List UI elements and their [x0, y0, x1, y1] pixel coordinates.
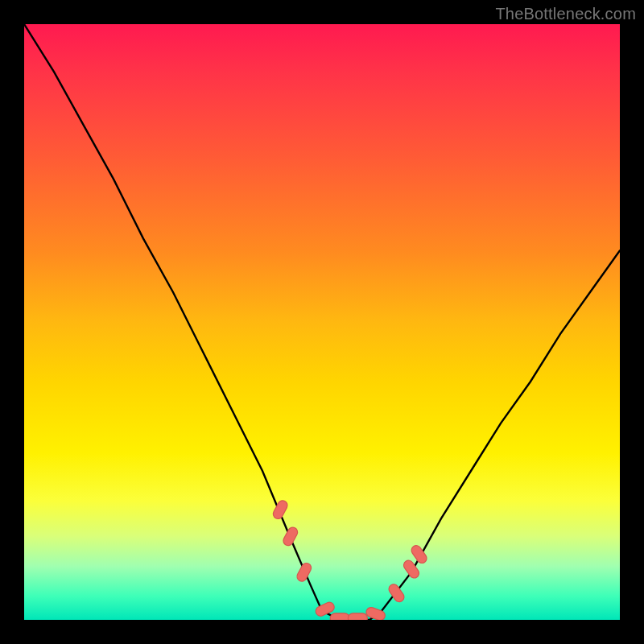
marker-left-lower — [295, 561, 313, 583]
marker-left-upper-1 — [271, 499, 289, 521]
bottleneck-curve — [24, 24, 620, 620]
attribution-text: TheBottleneck.com — [495, 5, 636, 23]
marker-floor-2 — [330, 613, 349, 620]
chart-svg — [24, 24, 620, 620]
marker-left-upper-2 — [282, 526, 299, 547]
marker-layer — [271, 499, 428, 620]
marker-floor-3 — [348, 613, 367, 620]
chart-frame: TheBottleneck.com — [0, 0, 644, 644]
plot-area — [24, 24, 620, 620]
